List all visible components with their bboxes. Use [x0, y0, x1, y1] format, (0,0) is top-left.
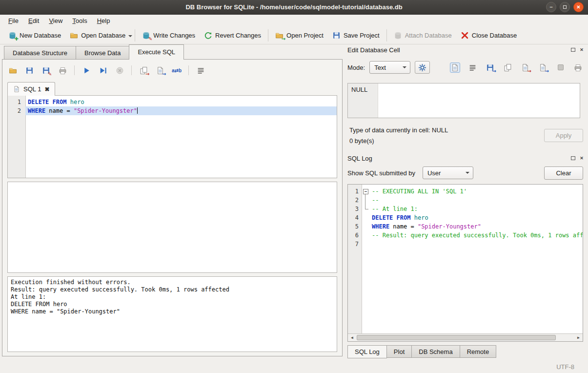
code-line[interactable]: 1-- EXECUTING ALL IN 'SQL 1': [348, 187, 583, 196]
format-sql-icon[interactable]: [195, 65, 206, 76]
export-data-icon[interactable]: →: [520, 62, 530, 73]
stop-execution-icon: [114, 65, 125, 76]
main-toolbar: ✚ New Database Open Database ✎ Write Cha…: [0, 26, 588, 44]
close-database-icon: [461, 31, 469, 40]
menu-file[interactable]: File: [3, 15, 23, 26]
toolbar-separator: [74, 65, 75, 75]
code-line[interactable]: 1DELETE FROM hero: [8, 98, 337, 106]
dock-tab-db-schema[interactable]: DB Schema: [411, 345, 460, 358]
copy-data-icon[interactable]: [503, 62, 513, 73]
save-project-icon: [332, 31, 341, 40]
close-tab-icon[interactable]: ✖: [44, 86, 49, 93]
code-text: -- At line 1:: [369, 205, 583, 213]
execute-line-icon[interactable]: [98, 65, 108, 76]
new-database-button[interactable]: ✚ New Database: [4, 29, 65, 41]
code-line[interactable]: 5WHERE name = "Spider-Youngster": [348, 222, 583, 231]
chevron-down-icon: [466, 172, 469, 176]
dock-tab-remote[interactable]: Remote: [460, 345, 497, 358]
clear-log-button[interactable]: Clear: [544, 166, 583, 180]
fold-marker-icon[interactable]: [362, 187, 369, 196]
sql-toolbar: ✎ → → a⇄b: [7, 63, 337, 77]
dock-tab-plot[interactable]: Plot: [386, 345, 412, 358]
horizontal-scrollbar[interactable]: ◀ ▶: [348, 333, 583, 341]
open-project-button[interactable]: → Open Project: [271, 29, 328, 41]
sql-log-view[interactable]: 1-- EXECUTING ALL IN 'SQL 1'2--3-- At li…: [347, 184, 583, 342]
cell-editor[interactable]: NULL: [347, 83, 580, 118]
find-replace-icon[interactable]: a⇄b: [171, 65, 182, 76]
submitter-combobox[interactable]: User: [423, 166, 473, 179]
save-sql-file-icon[interactable]: [24, 65, 35, 76]
save-data-icon[interactable]: →: [538, 62, 548, 73]
apply-button: Apply: [544, 129, 583, 142]
window-close-icon[interactable]: [573, 2, 584, 12]
fold-guide: [362, 196, 369, 205]
code-line[interactable]: 7: [348, 240, 583, 249]
open-project-icon: →: [275, 31, 284, 40]
encoding-indicator[interactable]: UTF-8: [556, 363, 574, 371]
menu-view[interactable]: View: [44, 15, 67, 26]
menu-help[interactable]: Help: [92, 15, 115, 26]
float-dock-icon[interactable]: [569, 155, 576, 162]
code-text: WHERE name = "Spider-Youngster": [25, 106, 337, 115]
execute-sql-panel: ✎ → → a⇄b SQL 1: [2, 59, 343, 356]
toolbar-separator: [386, 29, 387, 41]
open-database-button[interactable]: Open Database: [65, 29, 130, 41]
code-text: DELETE FROM hero: [25, 98, 337, 106]
set-null-icon[interactable]: [555, 62, 566, 73]
tab-execute-sql[interactable]: Execute SQL: [129, 44, 184, 60]
open-file-icon[interactable]: →: [155, 65, 165, 76]
print-cell-icon[interactable]: [573, 62, 583, 73]
sql-editor[interactable]: 1DELETE FROM hero2WHERE name = "Spider-Y…: [7, 95, 337, 178]
fold-guide: [362, 205, 369, 213]
gear-icon: [418, 63, 426, 72]
code-line[interactable]: 2--: [348, 196, 583, 205]
sql-file-icon: [13, 85, 20, 93]
code-line[interactable]: 3-- At line 1:: [348, 205, 583, 213]
scroll-left-icon[interactable]: ◀: [348, 334, 356, 341]
close-database-button[interactable]: Close Database: [456, 29, 522, 41]
menu-edit[interactable]: Edit: [23, 15, 44, 26]
save-project-button[interactable]: Save Project: [328, 29, 384, 41]
close-dock-icon[interactable]: [578, 47, 585, 53]
import-data-icon[interactable]: →: [485, 62, 495, 73]
code-text: [369, 240, 583, 249]
float-dock-icon[interactable]: [569, 47, 576, 53]
print-sql-icon[interactable]: [57, 65, 68, 76]
revert-changes-icon: [204, 31, 212, 40]
code-line[interactable]: 4DELETE FROM hero: [348, 213, 583, 222]
write-changes-button[interactable]: ✎ Write Changes: [138, 29, 200, 41]
sql-tab-label: SQL 1: [23, 85, 41, 93]
close-dock-icon[interactable]: [578, 155, 585, 162]
window-maximize-icon[interactable]: [560, 2, 570, 12]
tab-browse-data[interactable]: Browse Data: [76, 46, 129, 60]
export-results-icon[interactable]: →: [138, 65, 149, 76]
sql-editor-tab[interactable]: SQL 1 ✖: [7, 82, 55, 96]
revert-changes-button[interactable]: Revert Changes: [200, 29, 265, 41]
code-line[interactable]: 6-- Result: query executed successfully.…: [348, 231, 583, 240]
text-mode-icon[interactable]: [450, 62, 460, 73]
execute-all-icon[interactable]: [81, 65, 92, 76]
attach-database-button: Attach Database: [389, 29, 456, 41]
menu-tools[interactable]: Tools: [67, 15, 92, 26]
scroll-right-icon[interactable]: ▶: [574, 334, 583, 341]
scrollbar-track[interactable]: [356, 334, 574, 341]
window-minimize-icon[interactable]: [546, 2, 556, 12]
dock-tab-sql-log[interactable]: SQL Log: [347, 345, 387, 358]
scrollbar-thumb[interactable]: [357, 335, 556, 340]
mode-label: Mode:: [347, 64, 365, 71]
right-dock-area: Edit Database Cell Mode: Text →: [345, 44, 588, 360]
code-text: -- EXECUTING ALL IN 'SQL 1': [369, 187, 583, 196]
results-grid[interactable]: [7, 182, 337, 273]
main-tabbar: Database Structure Browse Data Execute S…: [2, 44, 344, 60]
fold-guide: [362, 222, 369, 231]
cell-settings-button[interactable]: [415, 61, 430, 74]
save-sql-as-icon[interactable]: ✎: [41, 65, 51, 76]
tab-database-structure[interactable]: Database Structure: [4, 46, 76, 60]
open-database-dropdown-icon[interactable]: [128, 35, 132, 39]
open-sql-file-icon[interactable]: [7, 65, 18, 76]
code-line[interactable]: 2WHERE name = "Spider-Youngster": [8, 106, 337, 115]
word-wrap-icon[interactable]: [467, 62, 478, 73]
mode-combobox[interactable]: Text: [369, 61, 410, 74]
app-window: DB Browser for SQLite - /home/user/code/…: [0, 0, 588, 373]
statusbar: UTF-8: [0, 360, 588, 373]
